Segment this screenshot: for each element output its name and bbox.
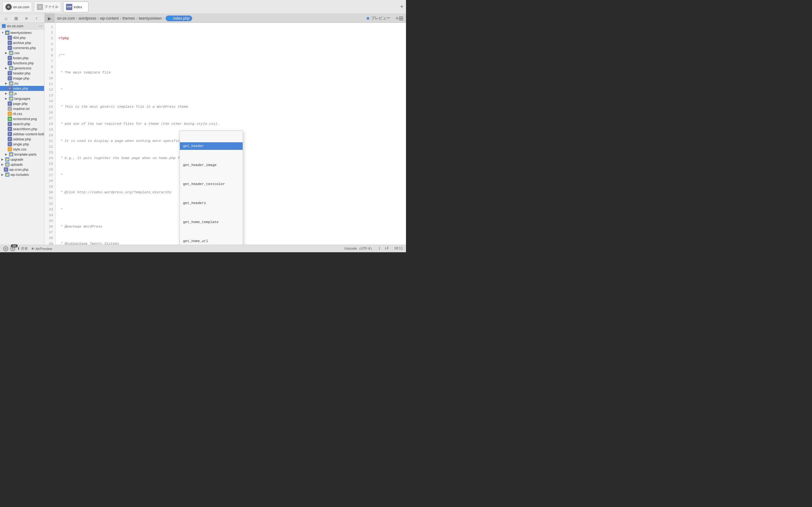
breadcrumb-bar: ▶ on-ze.com › wordpress › wp-content › t… — [44, 14, 406, 23]
tree-item-wpincludes[interactable]: ▶ 📁 wp-includes — [0, 172, 44, 177]
tab-file-label: ファイル — [44, 4, 58, 9]
sidebar-nav-prev[interactable]: ‹ — [39, 24, 40, 28]
autocomplete-dropdown[interactable]: get_header get_header_image get_header_t… — [180, 130, 243, 245]
autocomplete-item-3[interactable]: get_headers — [180, 199, 243, 207]
nav-play-button[interactable]: ▶ — [44, 13, 55, 23]
folder-icon: 📁 — [9, 91, 13, 96]
txt-file-icon: T — [8, 107, 12, 111]
code-line-5: * This is the most generic template file… — [58, 104, 403, 110]
list-icon[interactable]: ≡ — [23, 15, 30, 22]
css-file-icon: C — [8, 147, 12, 152]
php-file-icon: P — [8, 137, 12, 141]
share-button[interactable]: ⬆ 共有 — [17, 246, 28, 251]
tree-item-functions[interactable]: P functions.php — [0, 60, 44, 66]
tree-item-rtl[interactable]: C rtl.css — [0, 111, 44, 116]
php-file-icon: P — [8, 132, 12, 136]
autocomplete-item-0[interactable]: get_header — [180, 142, 243, 150]
php-file-icon: P — [8, 86, 12, 91]
breadcrumb-twentysixteen[interactable]: twentysixteen › — [139, 16, 165, 20]
php-file-icon: P — [8, 41, 12, 45]
lf-label: LF — [385, 246, 389, 251]
tree-item-readme[interactable]: T readme.txt — [0, 106, 44, 111]
settings-icon[interactable]: ⚙ — [3, 246, 8, 251]
tree-item-css[interactable]: ▶ 📁 css — [0, 50, 44, 55]
upload-icon[interactable]: ↑ — [33, 15, 40, 22]
tree-item-screenshot[interactable]: 🖼 screenshot.png — [0, 116, 44, 121]
tree-item-sidebar-content-bottom[interactable]: P sidebar-content-bottom.php — [0, 131, 44, 136]
status-bar: ⚙ ⚙ 46 ⬆ 共有 👁 AirPreview Unicode（UTF-8） … — [0, 245, 406, 252]
tree-item-upgrade[interactable]: ▶ 📁 upgrade — [0, 157, 44, 162]
autocomplete-item-4[interactable]: get_home_template — [180, 218, 243, 226]
tree-item-twentysixteen[interactable]: ▼ 📁 twentysixteen — [0, 30, 44, 35]
tree-item-style[interactable]: C style.css — [0, 147, 44, 152]
status-bar-right: Unicode（UTF-8） | LF 18:11 — [344, 246, 403, 251]
tree-item-footer[interactable]: P footer.php — [0, 55, 44, 60]
tree-item-archive[interactable]: P archive.php — [0, 40, 44, 45]
preview-dot — [367, 17, 369, 20]
php-file-icon: P — [8, 76, 12, 80]
autocomplete-item-2[interactable]: get_header_textcolor — [180, 180, 243, 188]
code-editor[interactable]: 12345 678910 1112131415 1617181920 21222… — [44, 23, 406, 245]
png-file-icon: 🖼 — [8, 117, 12, 121]
code-content[interactable]: <?php /** * The main template file * * T… — [56, 23, 406, 245]
tab-index-label: index — [73, 5, 82, 9]
sidebar-header: on-ze.com ‹ › — [0, 23, 44, 30]
tree-item-wpcron[interactable]: P wp-cron.php — [0, 167, 44, 172]
breadcrumb-active-file[interactable]: 🌐 index.php — [165, 15, 192, 21]
tree-item-inc[interactable]: ▶ 📁 inc — [0, 81, 44, 86]
badge-count: 46 — [11, 244, 18, 247]
tree-item-image[interactable]: P image.php — [0, 76, 44, 81]
tab-site-label: on-ze.com — [13, 5, 29, 9]
tree-item-genericons[interactable]: ▶ 📁 genericons — [0, 66, 44, 71]
tree-item-404[interactable]: P 404.php — [0, 35, 44, 40]
tree-item-comments[interactable]: P comments.php — [0, 45, 44, 50]
autocomplete-item-1[interactable]: get_header_image — [180, 161, 243, 169]
folder-icon: 📁 — [5, 162, 9, 167]
sidebar-content: ▼ 📁 twentysixteen P 404.php P archive.ph… — [0, 30, 44, 245]
tree-item-search[interactable]: P search.php — [0, 121, 44, 126]
tree-item-page[interactable]: P page.php — [0, 101, 44, 106]
breadcrumb-wpcontent[interactable]: wp-content › — [100, 16, 122, 20]
php-icon: PHP — [66, 4, 72, 10]
php-file-icon: P — [8, 56, 12, 60]
tree-item-uploads[interactable]: ▶ 📁 uploads — [0, 162, 44, 167]
tree-item-js[interactable]: ▶ 📁 js — [0, 91, 44, 96]
breadcrumb-wordpress[interactable]: wordpress › — [79, 16, 100, 20]
php-file-icon: P — [8, 61, 12, 65]
code-line-4: * — [58, 87, 403, 93]
autocomplete-item-5[interactable]: get_home_url — [180, 237, 243, 245]
copy-icon[interactable]: ⊞ — [13, 15, 20, 22]
code-line-2: /** — [58, 53, 403, 58]
tab-file[interactable]: ≡ ファイル — [34, 2, 61, 12]
add-tab-button[interactable]: + — [400, 3, 403, 10]
tree-item-languages[interactable]: ▶ 📁 languages — [0, 96, 44, 101]
preview-button[interactable]: 👁 AirPreview — [31, 247, 52, 250]
folder-icon: 📁 — [9, 81, 13, 86]
php-file-icon: P — [8, 101, 12, 106]
home-icon[interactable]: ⌂ — [3, 15, 9, 22]
add-panel-button[interactable]: +⊞ — [393, 15, 406, 22]
tree-item-single[interactable]: P single.php — [0, 142, 44, 147]
code-line-6: * and one of the two required files for … — [58, 121, 403, 127]
folder-icon: 📁 — [9, 66, 13, 70]
separator: | — [379, 246, 380, 251]
breadcrumbs: on-ze.com › wordpress › wp-content › the… — [55, 15, 364, 21]
tree-item-index[interactable]: P index.php — [0, 86, 44, 91]
badge-container[interactable]: ⚙ 46 — [10, 246, 15, 251]
tab-site[interactable]: ⊙ on-ze.com — [3, 2, 32, 12]
sidebar-nav-next[interactable]: › — [41, 24, 42, 28]
tree-item-searchform[interactable]: P searchform.php — [0, 126, 44, 131]
breadcrumb-themes[interactable]: themes › — [122, 16, 139, 20]
tree-item-header[interactable]: P header.php — [0, 71, 44, 76]
encoding-label: Unicode（UTF-8） — [344, 246, 374, 251]
tree-item-sidebar[interactable]: P sidebar.php — [0, 136, 44, 142]
breadcrumb-site[interactable]: on-ze.com › — [57, 16, 79, 20]
tree-item-template-parts[interactable]: ▶ 📁 template-parts — [0, 152, 44, 157]
sidebar-toolbar: ⌂ ⊞ ≡ ↑ — [0, 14, 44, 23]
sidebar-folder-icon — [2, 24, 6, 28]
preview-tab[interactable]: プレビュー — [364, 15, 393, 21]
tab-index[interactable]: PHP index — [63, 2, 89, 12]
php-file-icon: P — [8, 122, 12, 126]
css-file-icon: C — [8, 112, 12, 116]
code-line-3: * The main template file — [58, 70, 403, 75]
